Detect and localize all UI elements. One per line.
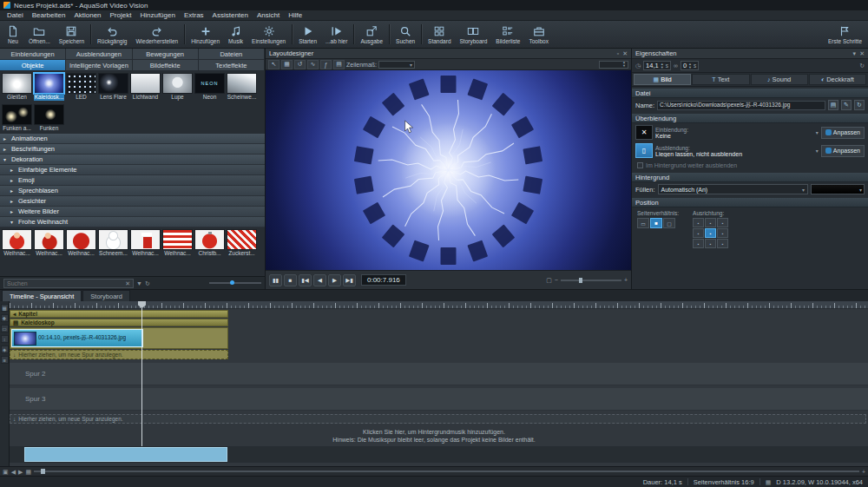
zoom-in-icon[interactable]: + bbox=[862, 469, 865, 475]
expander-icon[interactable]: ▸ bbox=[10, 188, 16, 194]
align-bottom-left-button[interactable]: ▪ bbox=[693, 239, 704, 248]
timeline-tool-button[interactable]: ↕ bbox=[1, 335, 9, 343]
search-input[interactable] bbox=[7, 280, 123, 286]
effect-thumbnail[interactable]: Scheinwe... bbox=[227, 73, 257, 101]
toolbar-button[interactable]: Bilderliste bbox=[491, 22, 524, 47]
tree-item[interactable]: ▸ Emoji bbox=[0, 175, 265, 186]
link-icon[interactable]: ∞ bbox=[674, 63, 678, 69]
fade-in-select[interactable]: Einblendung: Keine bbox=[655, 127, 813, 139]
effect-thumbnail[interactable]: Neon bbox=[194, 73, 225, 101]
toolbar-button[interactable]: Suchen bbox=[391, 22, 419, 47]
tree-item[interactable]: ▸ Gesichter bbox=[0, 196, 265, 207]
fit-timeline-icon[interactable]: ▣ bbox=[3, 469, 9, 475]
chapter-track[interactable]: ◂ Kapitel bbox=[10, 310, 228, 318]
track-height-icon[interactable]: ▦ bbox=[25, 469, 31, 475]
tree-item[interactable]: ▸ Animationen bbox=[0, 134, 265, 144]
slider-thumb[interactable] bbox=[41, 469, 45, 474]
preview-zoom-slider[interactable] bbox=[561, 280, 621, 281]
timeline-zoom-slider[interactable] bbox=[34, 471, 859, 472]
expander-icon[interactable]: ▾ bbox=[10, 219, 16, 225]
transport-button[interactable]: ▮▮ bbox=[269, 274, 282, 286]
timeline-tool-button[interactable]: ≡ bbox=[1, 356, 9, 364]
effect-thumbnail[interactable]: Lens Flare bbox=[98, 73, 128, 101]
menu-item[interactable]: Ansicht bbox=[253, 11, 284, 19]
designer-tool-button[interactable]: ↺ bbox=[294, 60, 306, 69]
menu-item[interactable]: Projekt bbox=[106, 11, 136, 19]
thumbnail-size-slider[interactable] bbox=[209, 282, 261, 284]
kaleidoscope-group-track[interactable]: ▤ Kaleidoskop bbox=[10, 319, 228, 326]
toolbar-button[interactable]: Hinzufügen bbox=[187, 22, 224, 47]
timeline-tab[interactable]: Timeline - Spuransicht bbox=[2, 290, 82, 301]
christmas-thumbnail[interactable]: Weihnac... bbox=[66, 229, 96, 257]
transport-button[interactable]: ◀ bbox=[313, 274, 326, 286]
tree-item[interactable]: ▸ Beschriftungen bbox=[0, 144, 265, 155]
expander-icon[interactable]: ▾ bbox=[3, 156, 9, 162]
edit-file-button[interactable]: ✎ bbox=[841, 100, 852, 110]
menu-item[interactable]: Hinzufügen bbox=[135, 11, 179, 19]
slider-thumb[interactable] bbox=[230, 280, 234, 285]
stepper-icon[interactable]: ▲▼ bbox=[688, 63, 692, 69]
designer-tool-button[interactable]: ▤ bbox=[333, 60, 345, 69]
close-icon[interactable]: ✕ bbox=[622, 50, 628, 57]
float-panel-icon[interactable]: ▫ bbox=[617, 50, 619, 57]
filter-icon[interactable]: ▼ bbox=[136, 280, 142, 286]
timeline-tool-button[interactable]: ▭ bbox=[1, 325, 9, 332]
chevron-down-icon[interactable]: ▾ bbox=[816, 129, 819, 135]
toolbar-button[interactable]: ...ab hier bbox=[321, 22, 352, 47]
properties-tab[interactable]: T Text bbox=[692, 74, 749, 85]
browse-file-button[interactable]: ▤ bbox=[828, 100, 838, 110]
menu-item[interactable]: Assistenten bbox=[208, 11, 253, 19]
pool-tab[interactable]: Objekte bbox=[0, 60, 66, 71]
clear-search-icon[interactable]: ✕ bbox=[125, 280, 130, 286]
pool-tab[interactable]: Einblendungen bbox=[0, 49, 66, 60]
slider-thumb[interactable] bbox=[579, 278, 582, 283]
menu-item[interactable]: Extras bbox=[180, 11, 208, 19]
refresh-icon[interactable]: ↻ bbox=[145, 280, 150, 286]
properties-tab[interactable]: ▦ Bild bbox=[634, 74, 691, 85]
timeline-tool-button[interactable]: ▦ bbox=[1, 304, 9, 312]
designer-value-field[interactable]: ▲▼ bbox=[599, 61, 628, 69]
offset-field[interactable]: 0 ▲▼ s bbox=[681, 61, 699, 70]
expander-icon[interactable]: ▸ bbox=[10, 167, 16, 173]
fade-out-select[interactable]: Ausblendung: Liegen lassen, nicht ausble… bbox=[655, 145, 813, 157]
track-2[interactable]: Spur 2 bbox=[10, 363, 868, 385]
menu-item[interactable]: Bearbeiten bbox=[28, 11, 70, 19]
expander-icon[interactable]: ▸ bbox=[3, 146, 9, 152]
close-icon[interactable]: ✕ bbox=[859, 50, 865, 57]
music-track-hint[interactable]: Klicken Sie hier, um Hintergrundmusik hi… bbox=[0, 428, 868, 444]
timeline-tab[interactable]: Storyboard bbox=[82, 290, 130, 301]
toolbar-button[interactable]: Toolbox bbox=[524, 22, 552, 47]
designer-tool-button[interactable]: ▦ bbox=[281, 60, 293, 69]
scroll-left-icon[interactable]: ◀ bbox=[11, 469, 16, 475]
background-color-well[interactable]: ▾ bbox=[811, 184, 865, 194]
menu-item[interactable]: Datei bbox=[3, 11, 28, 19]
pool-tab[interactable]: Bildeffekte bbox=[133, 60, 199, 71]
ratio-keep-button[interactable]: ■ bbox=[650, 218, 662, 228]
transport-button[interactable]: ▶ bbox=[328, 274, 341, 286]
transport-button[interactable]: ■ bbox=[284, 274, 297, 286]
ratio-stretch-button[interactable]: ▢ bbox=[663, 218, 675, 228]
file-path-field[interactable]: C:\Users\nicko\Downloads\pexels-苏-R-4031… bbox=[657, 101, 825, 110]
zoom-out-icon[interactable]: − bbox=[555, 277, 558, 283]
toolbar-button[interactable]: Speichern bbox=[55, 22, 89, 47]
menu-item[interactable]: Aktionen bbox=[69, 11, 105, 19]
timeline-tool-button[interactable]: ◈ bbox=[1, 346, 9, 353]
toolbar-button[interactable]: Starten bbox=[294, 22, 321, 47]
christmas-thumbnail[interactable]: Weihnac... bbox=[162, 229, 193, 257]
expander-icon[interactable]: ▸ bbox=[10, 177, 16, 183]
toolbar-button[interactable]: Storyboard bbox=[456, 22, 492, 47]
timeline-clip[interactable]: 00:14.10, pexels-苏-R-4031326.jpg bbox=[11, 329, 143, 347]
designer-tool-button[interactable]: ∿ bbox=[307, 60, 319, 69]
fill-mode-dropdown[interactable]: Automatisch (An) ▾ bbox=[658, 184, 808, 194]
tree-item[interactable]: ▸ Einfarbige Elemente bbox=[0, 165, 265, 175]
christmas-thumbnail[interactable]: Zuckerst... bbox=[227, 229, 257, 257]
christmas-thumbnail[interactable]: Schneem... bbox=[98, 229, 128, 257]
reload-file-button[interactable]: ↻ bbox=[854, 100, 865, 110]
align-bottom-center-button[interactable]: ▪ bbox=[705, 239, 716, 248]
scrollbar-thumb[interactable] bbox=[24, 447, 227, 462]
tree-item[interactable]: ▾ Frohe Weihnacht bbox=[0, 217, 265, 227]
chevron-down-icon[interactable]: ▾ bbox=[816, 148, 819, 154]
track-3[interactable]: Spur 3 bbox=[10, 388, 868, 411]
tree-item[interactable]: ▾ Dekoration bbox=[0, 155, 265, 165]
ratio-original-button[interactable]: ▭ bbox=[637, 218, 649, 228]
